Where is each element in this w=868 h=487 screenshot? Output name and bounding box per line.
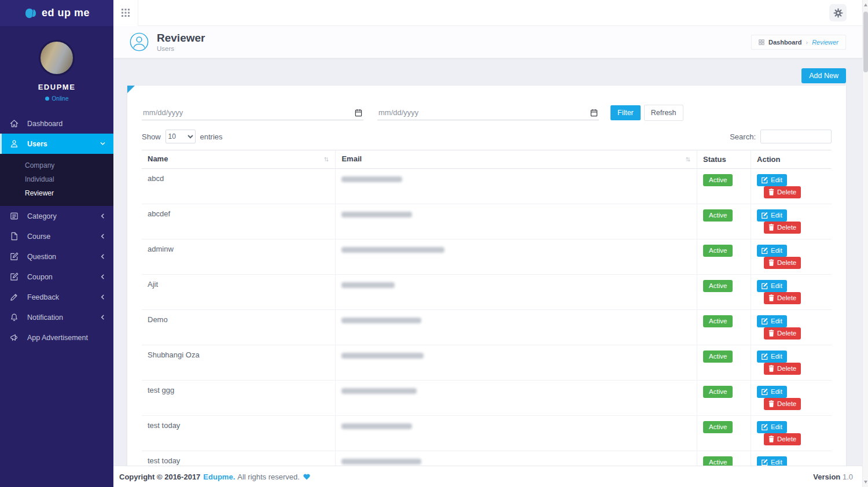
avatar (39, 40, 75, 76)
column-header-status[interactable]: Status (697, 150, 751, 169)
page-size-select[interactable]: 10 (165, 130, 196, 143)
status-active-button[interactable]: Active (703, 174, 733, 186)
cell-email (336, 381, 697, 416)
menu-toggle-button[interactable] (113, 0, 138, 26)
edit-button[interactable]: Edit (757, 315, 787, 327)
cell-email (336, 204, 697, 239)
settings-button[interactable] (829, 4, 847, 21)
delete-button[interactable]: Delete (764, 257, 801, 269)
table-row: AjitActiveEditDelete (142, 275, 832, 310)
add-new-button[interactable]: Add New (801, 68, 846, 83)
edit-icon (762, 177, 768, 183)
delete-button[interactable]: Delete (764, 292, 801, 304)
status-active-button[interactable]: Active (703, 421, 733, 433)
calendar-icon[interactable] (355, 109, 362, 117)
rights-text: All rights reserved. (237, 473, 300, 481)
online-dot-icon (45, 97, 49, 101)
cell-email (336, 169, 697, 204)
status-active-button[interactable]: Active (703, 209, 733, 222)
sidebar-item-category[interactable]: Category (0, 206, 113, 226)
calendar-icon[interactable] (590, 109, 598, 117)
breadcrumb-dashboard[interactable]: Dashboard (768, 39, 801, 46)
edit-button[interactable]: Edit (757, 280, 787, 292)
sidebar-subitem-reviewer[interactable]: Reviewer (0, 186, 113, 200)
status-active-button[interactable]: Active (703, 386, 733, 398)
date-from-input[interactable] (143, 108, 355, 117)
status-active-button[interactable]: Active (703, 280, 733, 292)
column-header-name[interactable]: Name (142, 150, 336, 169)
cell-action: EditDelete (751, 275, 832, 310)
sidebar-item-label: Notification (27, 313, 63, 322)
edit-button[interactable]: Edit (757, 174, 787, 186)
delete-button[interactable]: Delete (764, 186, 801, 198)
redacted-email (341, 212, 412, 217)
sort-icon[interactable] (323, 156, 329, 164)
breadcrumb-separator: › (806, 39, 808, 46)
status-active-button[interactable]: Active (703, 315, 733, 327)
redacted-email (341, 388, 417, 394)
topbar (113, 0, 868, 26)
table-row: test gggActiveEditDelete (142, 381, 832, 416)
scroll-up-icon[interactable] (864, 3, 867, 6)
edit-button[interactable]: Edit (757, 245, 787, 257)
trash-icon (768, 330, 774, 337)
sidebar-item-notification[interactable]: Notification (0, 307, 113, 327)
delete-button[interactable]: Delete (764, 398, 801, 410)
scrollbar[interactable] (862, 0, 868, 487)
app-logo[interactable]: ed up me (0, 0, 113, 26)
sidebar-item-coupon[interactable]: Coupon (0, 267, 113, 287)
sidebar-subitem-company[interactable]: Company (0, 158, 113, 172)
chevron-left-icon (100, 274, 105, 279)
edit-button[interactable]: Edit (757, 351, 787, 363)
cell-name: abcd (142, 169, 336, 204)
version-text: Version 1.0 (813, 473, 853, 481)
date-to-field (377, 105, 599, 120)
scroll-down-icon[interactable] (864, 481, 867, 484)
sidebar-item-dashboard[interactable]: Dashboard (0, 113, 113, 134)
page-title: Reviewer (157, 32, 205, 44)
cell-action: EditDelete (751, 169, 832, 204)
column-header-email[interactable]: Email (336, 150, 697, 169)
footer-brand-link[interactable]: Edupme. (203, 473, 235, 481)
column-header-action[interactable]: Action (751, 150, 832, 169)
chevron-down-icon (100, 141, 105, 146)
chevron-left-icon (100, 234, 105, 239)
delete-button[interactable]: Delete (764, 327, 801, 340)
chevron-left-icon (100, 315, 105, 320)
sidebar-item-app-advertisement[interactable]: App Advertisement (0, 327, 113, 348)
refresh-button[interactable]: Refresh (644, 105, 683, 121)
trash-icon (768, 294, 774, 301)
cell-name: test ggg (142, 381, 336, 416)
sidebar-item-question[interactable]: Question (0, 246, 113, 267)
sidebar-item-feedback[interactable]: Feedback (0, 287, 113, 307)
edit-button[interactable]: Edit (757, 421, 787, 433)
edit-icon (762, 353, 768, 360)
cell-email (336, 416, 697, 451)
home-icon (10, 119, 19, 128)
edit-button[interactable]: Edit (757, 209, 787, 222)
search-input[interactable] (760, 130, 832, 143)
table-row: Shubhangi OzaActiveEditDelete (142, 345, 832, 381)
delete-button[interactable]: Delete (764, 363, 801, 375)
cell-name: test today (142, 416, 336, 451)
page-subtitle: Users (157, 45, 205, 52)
sidebar-item-course[interactable]: Course (0, 226, 113, 246)
sidebar-subitem-individual[interactable]: Individual (0, 172, 113, 186)
delete-button[interactable]: Delete (764, 222, 801, 234)
sidebar-submenu: CompanyIndividualReviewer (0, 154, 113, 206)
status-active-button[interactable]: Active (703, 351, 733, 363)
date-to-input[interactable] (378, 108, 590, 117)
sort-icon[interactable] (685, 156, 691, 164)
page-header: Reviewer Users Dashboard › Reviewer (113, 26, 868, 58)
sidebar: ed up me EDUPME Online DashboardUsersCom… (0, 0, 113, 487)
filter-button[interactable]: Filter (610, 105, 641, 120)
delete-button[interactable]: Delete (764, 433, 801, 445)
sidebar-item-users[interactable]: Users (0, 134, 113, 154)
date-from-field (142, 105, 363, 120)
breadcrumb-current[interactable]: Reviewer (812, 39, 838, 46)
copyright-text: Copyright © 2016-2017 (119, 473, 200, 481)
edit-button[interactable]: Edit (757, 386, 787, 398)
scrollbar-thumb[interactable] (863, 12, 868, 72)
status-active-button[interactable]: Active (703, 245, 733, 257)
content-area: Add New Filter Refresh (113, 58, 868, 487)
